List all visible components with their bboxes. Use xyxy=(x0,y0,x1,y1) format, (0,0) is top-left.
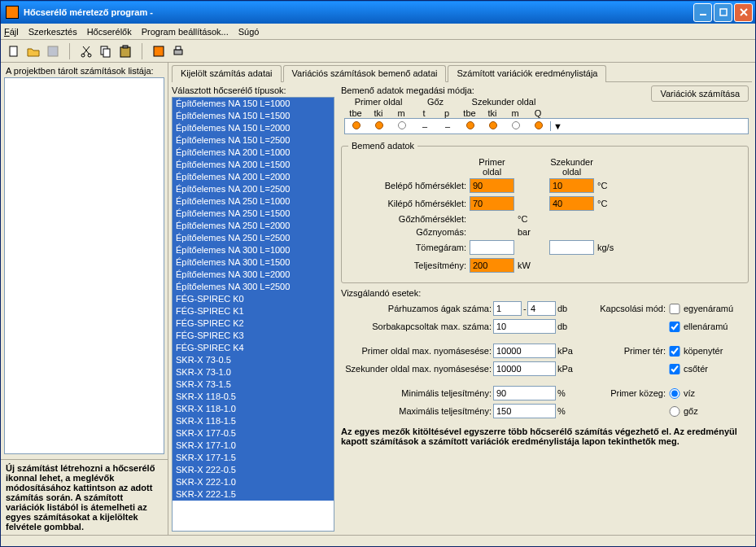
egyen-checkbox[interactable] xyxy=(667,304,682,314)
belepo-sec-input[interactable] xyxy=(549,178,594,193)
list-item[interactable]: Építőelemes NA 200 L=2000 xyxy=(173,171,334,183)
dot-primer-tbe xyxy=(352,121,361,129)
save-icon[interactable] xyxy=(46,45,59,58)
list-item[interactable]: Építőelemes NA 150 L=1500 xyxy=(173,110,334,122)
titlebar: Hőcserélő méretező program - xyxy=(1,1,755,24)
list-item[interactable]: Építőelemes NA 250 L=1500 xyxy=(173,208,334,220)
menu-help[interactable]: Súgó xyxy=(238,27,260,37)
minimize-button[interactable] xyxy=(693,3,712,22)
min-telj-input[interactable] xyxy=(493,386,556,400)
list-item[interactable]: FÉG-SPIREC K1 xyxy=(173,305,334,317)
list-item[interactable]: FÉG-SPIREC K0 xyxy=(173,293,334,305)
cut-icon[interactable] xyxy=(80,45,93,58)
list-item[interactable]: SKR-X 177-0.5 xyxy=(173,427,334,440)
dot-sec-tki xyxy=(489,121,497,129)
list-item[interactable]: SKR-X 222-1.5 xyxy=(173,488,334,501)
list-item[interactable]: Építőelemes NA 200 L=1000 xyxy=(173,147,334,159)
tab-variation-results[interactable]: Számított variációk eredménylistája xyxy=(448,65,606,82)
list-item[interactable]: FÉG-SPIREC K3 xyxy=(173,330,334,342)
app-icon xyxy=(6,6,19,19)
window-title: Hőcserélő méretező program - xyxy=(24,7,153,17)
kopeny-checkbox[interactable] xyxy=(667,346,682,357)
svg-rect-12 xyxy=(154,46,164,56)
list-item[interactable]: FÉG-SPIREC K2 xyxy=(173,317,334,330)
list-item[interactable]: SKR-X 73-0.5 xyxy=(173,354,334,366)
list-item[interactable]: Építőelemes NA 200 L=2500 xyxy=(173,183,334,195)
viz-radio[interactable] xyxy=(667,388,682,399)
maximize-button[interactable] xyxy=(714,3,732,22)
typelist-label: Választott hőcserélő típusok: xyxy=(172,85,334,95)
dot-primer-tki xyxy=(375,121,383,129)
tomeg-primer-input[interactable] xyxy=(470,240,514,255)
list-item[interactable]: SKR-X 118-1.5 xyxy=(173,415,334,427)
statusbar xyxy=(1,535,755,546)
list-item[interactable]: Építőelemes NA 150 L=1000 xyxy=(173,98,334,110)
telj-input[interactable] xyxy=(470,258,514,273)
tomeg-sec-input[interactable] xyxy=(549,240,594,255)
list-item[interactable]: Építőelemes NA 200 L=1500 xyxy=(173,159,334,171)
parhuz-from-input[interactable] xyxy=(493,301,522,316)
svg-rect-11 xyxy=(123,46,128,48)
typelist[interactable]: Építőelemes NA 150 L=1000Építőelemes NA … xyxy=(172,97,334,532)
svg-rect-9 xyxy=(103,49,110,57)
list-item[interactable]: Építőelemes NA 250 L=1000 xyxy=(173,195,334,208)
list-item[interactable]: SKR-X 177-1.0 xyxy=(173,440,334,452)
sorba-input[interactable] xyxy=(493,319,556,334)
list-item[interactable]: Építőelemes NA 300 L=1500 xyxy=(173,256,334,269)
list-item[interactable]: Építőelemes NA 300 L=1000 xyxy=(173,244,334,256)
list-item[interactable]: SKR-X 73-1.0 xyxy=(173,366,334,379)
input-mode-selector[interactable]: – – ▼ xyxy=(344,118,749,134)
list-item[interactable]: SKR-X 177-1.5 xyxy=(173,452,334,464)
svg-rect-14 xyxy=(176,46,181,50)
menu-edit[interactable]: Szerkesztés xyxy=(28,27,77,37)
list-item[interactable]: Építőelemes NA 300 L=2000 xyxy=(173,269,334,281)
list-item[interactable]: Építőelemes NA 300 L=2500 xyxy=(173,281,334,293)
ellen-checkbox[interactable] xyxy=(667,322,682,332)
hdr-goz: Gőz xyxy=(413,97,458,107)
belepo-primer-input[interactable] xyxy=(470,178,514,193)
copy-icon[interactable] xyxy=(99,45,112,58)
hdr-sec: Szekunder oldal xyxy=(458,97,549,107)
menu-file[interactable]: Fájldocument.currentScript.previousSibli… xyxy=(4,27,19,37)
kilepo-sec-input[interactable] xyxy=(549,196,594,211)
kilepo-primer-input[interactable] xyxy=(470,196,514,211)
csoter-checkbox[interactable] xyxy=(667,364,682,374)
new-icon[interactable] xyxy=(7,45,20,58)
tabs: Kijelölt számítás adatai Variációs számí… xyxy=(172,64,752,82)
close-button[interactable] xyxy=(734,3,753,22)
tab-selected-calc[interactable]: Kijelölt számítás adatai xyxy=(172,65,282,82)
list-item[interactable]: Építőelemes NA 150 L=2000 xyxy=(173,122,334,134)
max-telj-input[interactable] xyxy=(493,404,556,418)
bottom-info: Az egyes mezők kitöltésével egyszerre tö… xyxy=(341,427,749,446)
list-item[interactable]: SKR-X 222-1.0 xyxy=(173,476,334,488)
menu-hx[interactable]: Hőcserélők xyxy=(87,27,132,37)
cases-label: Vizsgálandó esetek: xyxy=(341,288,749,298)
dot-sec-tbe xyxy=(466,121,474,129)
dot-Q xyxy=(535,121,543,129)
smax-input[interactable] xyxy=(493,361,556,376)
menubar: Fájldocument.currentScript.previousSibli… xyxy=(1,24,755,40)
list-item[interactable]: SKR-X 118-1.0 xyxy=(173,403,334,415)
list-item[interactable]: SKR-X 73-1.5 xyxy=(173,379,334,391)
calculate-variations-button[interactable]: Variációk számítása xyxy=(651,85,749,102)
list-item[interactable]: SKR-X 118-0.5 xyxy=(173,391,334,403)
menu-settings[interactable]: Program beállítások... xyxy=(142,27,229,37)
input-mode-dropdown[interactable]: ▼ xyxy=(550,121,565,131)
open-icon[interactable] xyxy=(27,45,40,58)
parhuz-to-input[interactable] xyxy=(527,301,556,316)
list-item[interactable]: Építőelemes NA 150 L=2500 xyxy=(173,134,334,147)
list-item[interactable]: Építőelemes NA 250 L=2500 xyxy=(173,232,334,244)
dot-primer-m xyxy=(398,121,406,129)
project-calc-list[interactable] xyxy=(4,77,164,454)
print-icon[interactable] xyxy=(172,45,185,58)
pmax-input[interactable] xyxy=(493,344,556,358)
list-item[interactable]: Építőelemes NA 250 L=2000 xyxy=(173,220,334,232)
list-item[interactable]: FÉG-SPIREC K4 xyxy=(173,342,334,354)
list-item[interactable]: SKR-X 222-0.5 xyxy=(173,464,334,476)
tab-variation-input[interactable]: Variációs számítások bemenő adatai xyxy=(283,65,447,82)
goz-radio[interactable] xyxy=(667,406,682,417)
svg-rect-4 xyxy=(10,46,17,56)
hx-icon[interactable] xyxy=(152,45,165,58)
svg-rect-1 xyxy=(720,9,727,15)
paste-icon[interactable] xyxy=(119,45,132,58)
